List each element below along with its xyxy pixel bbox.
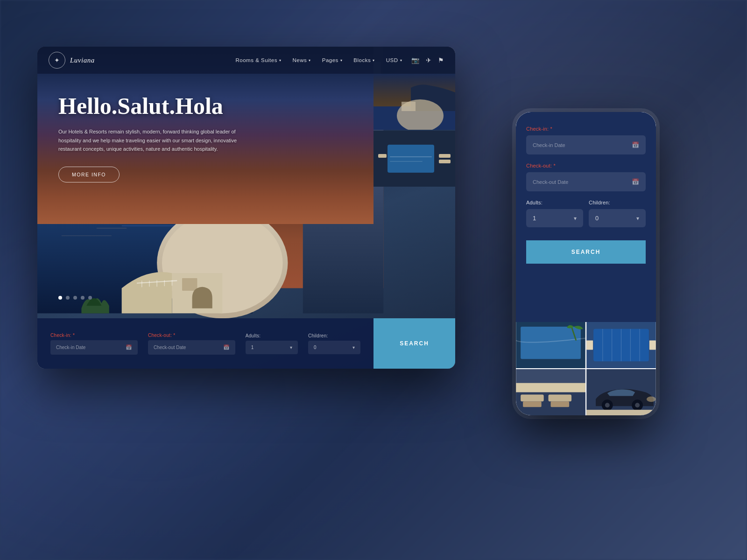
svg-rect-6: [61, 235, 112, 236]
checkin-field: Check-in: * Check-in Date 📅: [50, 333, 138, 355]
chevron-down-icon: ▾: [574, 215, 577, 222]
mobile-mockup: Check-in: * Check-in Date 📅 Check-out: *…: [516, 112, 656, 415]
svg-rect-39: [439, 160, 451, 163]
svg-rect-7: [122, 225, 182, 226]
logo-icon: ✦: [49, 52, 65, 69]
hero-content: Hello.Salut.Hola Our Hotels & Resorts re…: [58, 93, 254, 182]
chevron-down-icon: ▾: [352, 345, 355, 350]
instagram-icon[interactable]: 📷: [411, 56, 419, 64]
calendar-icon: 📅: [223, 344, 230, 350]
tripadvisor-icon[interactable]: ✈: [426, 56, 431, 64]
svg-rect-37: [388, 145, 434, 173]
svg-rect-38: [439, 154, 451, 158]
children-field: Children: 0 ▾: [308, 333, 360, 354]
svg-point-67: [635, 403, 640, 407]
nav-news[interactable]: News ▾: [292, 57, 310, 63]
mobile-checkin-label: Check-in: *: [526, 126, 646, 132]
mobile-adults-field: Adults: 1 ▾: [526, 200, 583, 227]
mobile-image-pool-top-right: [586, 322, 656, 368]
hero-subtitle: Our Hotels & Resorts remain stylish, mod…: [58, 127, 254, 154]
desktop-mockup: ✦ Luviana Rooms & Suites ▾ News ▾ Pages …: [37, 47, 455, 369]
children-select[interactable]: 0 ▾: [308, 341, 360, 354]
svg-rect-60: [523, 401, 542, 407]
svg-rect-41: [390, 156, 432, 157]
svg-rect-68: [586, 410, 656, 415]
mobile-adults-label: Adults:: [526, 200, 583, 205]
adults-select[interactable]: 1 ▾: [246, 341, 298, 354]
svg-rect-61: [551, 401, 570, 407]
mobile-booking-form: Check-in: * Check-in Date 📅 Check-out: *…: [516, 112, 656, 274]
checkin-label: Check-in: *: [50, 333, 138, 338]
mobile-inner: Check-in: * Check-in Date 📅 Check-out: *…: [516, 112, 656, 415]
svg-rect-45: [521, 327, 581, 359]
adults-label: Adults:: [246, 333, 298, 338]
desktop-search-button[interactable]: SEARCH: [374, 318, 455, 369]
mobile-checkin-field: Check-in: * Check-in Date 📅: [526, 126, 646, 154]
svg-rect-62: [516, 383, 585, 392]
carousel-dot-5[interactable]: [88, 296, 92, 300]
mobile-checkout-input[interactable]: Check-out Date 📅: [526, 172, 646, 191]
mobile-image-lounge-bottom-left: [516, 369, 585, 415]
calendar-icon: 📅: [126, 344, 132, 350]
dropdown-arrow: ▾: [309, 58, 311, 63]
carousel-dot-2[interactable]: [66, 296, 70, 300]
svg-rect-5: [97, 228, 127, 229]
svg-rect-54: [586, 341, 593, 350]
booking-bar: Check-in: * Check-in Date 📅 Check-out: *…: [37, 318, 374, 369]
svg-rect-40: [378, 154, 387, 158]
desktop-navbar: ✦ Luviana Rooms & Suites ▾ News ▾ Pages …: [37, 47, 455, 74]
mobile-checkin-input[interactable]: Check-in Date 📅: [526, 135, 646, 154]
foursquare-icon[interactable]: ⚑: [438, 56, 444, 64]
navbar-links: Rooms & Suites ▾ News ▾ Pages ▾ Blocks ▾…: [236, 57, 402, 63]
carousel-dot-1[interactable]: [58, 296, 62, 300]
nav-currency[interactable]: USD ▾: [386, 57, 402, 63]
carousel-dot-4[interactable]: [81, 296, 85, 300]
svg-rect-25: [182, 278, 197, 291]
chevron-down-icon: ▾: [290, 345, 292, 350]
navbar-social-icons: 📷 ✈ ⚑: [411, 56, 444, 64]
thumbnail-1: [374, 74, 455, 130]
dropdown-arrow: ▾: [373, 58, 375, 63]
mobile-children-label: Children:: [589, 200, 646, 205]
svg-rect-34: [402, 102, 416, 111]
mobile-children-field: Children: 0 ▾: [589, 200, 646, 227]
nav-rooms-suites[interactable]: Rooms & Suites ▾: [236, 57, 282, 63]
mobile-image-collage: [516, 322, 656, 415]
svg-point-65: [605, 403, 610, 407]
svg-rect-59: [549, 394, 572, 401]
dropdown-arrow: ▾: [400, 58, 402, 63]
children-label: Children:: [308, 333, 360, 338]
checkout-input[interactable]: Check-out Date 📅: [148, 340, 235, 355]
checkout-label: Check-out: *: [148, 333, 235, 338]
adults-field: Adults: 1 ▾: [246, 333, 298, 354]
mobile-adults-select[interactable]: 1 ▾: [526, 209, 583, 227]
dropdown-arrow: ▾: [340, 58, 343, 63]
logo-text: Luviana: [70, 56, 95, 64]
mobile-guests-row: Adults: 1 ▾ Children: 0 ▾: [526, 200, 646, 236]
navbar-logo[interactable]: ✦ Luviana: [49, 52, 95, 69]
nav-blocks[interactable]: Blocks ▾: [353, 57, 374, 63]
more-info-button[interactable]: MORE INFO: [58, 167, 120, 182]
nav-pages[interactable]: Pages ▾: [322, 57, 343, 63]
mobile-checkout-label: Check-out: *: [526, 163, 646, 168]
mobile-children-select[interactable]: 0 ▾: [589, 209, 646, 227]
thumbnail-2: [374, 131, 455, 187]
hero-title: Hello.Salut.Hola: [58, 93, 254, 119]
carousel-dots: [58, 296, 92, 300]
chevron-down-icon: ▾: [636, 215, 639, 222]
checkout-field: Check-out: * Check-out Date 📅: [148, 333, 235, 355]
calendar-icon: 📅: [632, 141, 639, 148]
mobile-checkout-field: Check-out: * Check-out Date 📅: [526, 163, 646, 191]
svg-rect-42: [390, 161, 423, 162]
calendar-icon: 📅: [632, 178, 639, 185]
checkin-input[interactable]: Check-in Date 📅: [50, 340, 138, 355]
svg-point-69: [647, 396, 656, 402]
svg-rect-55: [649, 341, 656, 350]
thumbnail-stack: [374, 74, 455, 187]
mobile-image-pool-top-left: [516, 322, 585, 368]
carousel-dot-3[interactable]: [73, 296, 77, 300]
svg-rect-58: [521, 394, 544, 401]
dropdown-arrow: ▾: [279, 58, 282, 63]
mobile-image-exterior-bottom-right: [586, 369, 656, 415]
mobile-search-button[interactable]: SEARCH: [526, 240, 646, 264]
